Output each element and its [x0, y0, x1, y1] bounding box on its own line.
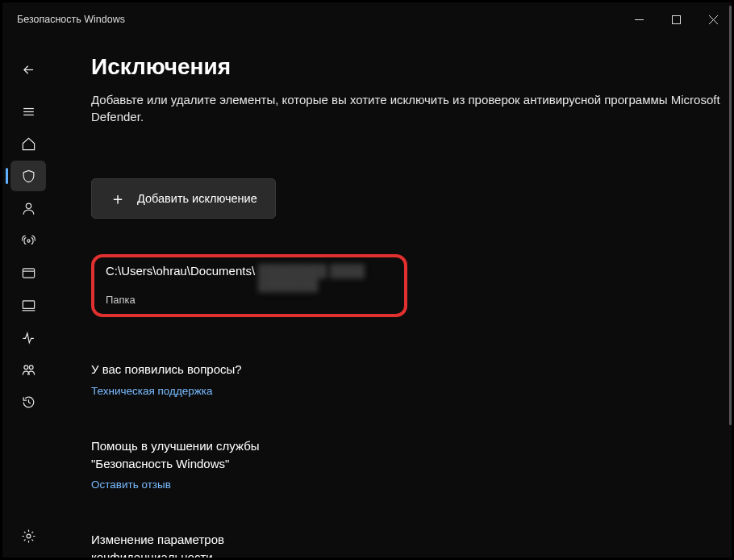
settings-icon[interactable]	[10, 520, 46, 551]
window-controls	[620, 2, 732, 36]
svg-point-15	[29, 365, 33, 369]
shield-icon[interactable]	[10, 161, 46, 191]
improve-section: Помощь в улучшении службы "Безопасность …	[91, 437, 730, 491]
account-icon[interactable]	[10, 193, 46, 224]
svg-rect-1	[672, 15, 680, 23]
window-title: Безопасность Windows	[17, 14, 125, 25]
scrollbar[interactable]	[728, 4, 732, 556]
plus-icon: ＋	[110, 188, 126, 210]
svg-rect-12	[23, 300, 34, 308]
exclusion-path: C:\Users\ohrau\Documents\ ████████ ████ …	[106, 264, 393, 291]
family-icon[interactable]	[10, 354, 46, 385]
svg-point-16	[27, 534, 31, 538]
main-content: Исключения Добавьте или удалите элементы…	[52, 36, 732, 558]
add-exclusion-button[interactable]: ＋ Добавить исключение	[91, 178, 276, 219]
history-icon[interactable]	[10, 387, 46, 417]
support-link[interactable]: Техническая поддержка	[91, 385, 730, 397]
scrollbar-thumb[interactable]	[729, 6, 732, 425]
svg-point-9	[27, 239, 29, 241]
home-icon[interactable]	[10, 128, 46, 159]
appbrowser-icon[interactable]	[10, 257, 46, 288]
page-description: Добавьте или удалите элементы, которые в…	[91, 91, 720, 125]
close-button[interactable]	[694, 2, 732, 36]
firewall-icon[interactable]	[10, 225, 46, 256]
performance-icon[interactable]	[10, 322, 46, 353]
add-exclusion-label: Добавить исключение	[137, 192, 257, 205]
sidebar	[2, 36, 52, 558]
minimize-button[interactable]	[620, 2, 657, 36]
device-icon[interactable]	[10, 290, 46, 320]
improve-heading: Помощь в улучшении службы "Безопасность …	[91, 437, 301, 473]
feedback-link[interactable]: Оставить отзыв	[91, 479, 730, 491]
privacy-heading: Изменение параметров конфиденциальности	[91, 531, 301, 558]
back-button[interactable]	[10, 54, 46, 85]
svg-rect-10	[23, 268, 34, 277]
svg-point-8	[26, 203, 31, 208]
exclusion-type: Папка	[106, 294, 393, 306]
exclusion-item[interactable]: C:\Users\ohrau\Documents\ ████████ ████ …	[91, 254, 407, 317]
maximize-button[interactable]	[657, 2, 694, 36]
svg-point-14	[23, 365, 27, 369]
titlebar: Безопасность Windows	[2, 2, 732, 36]
privacy-section: Изменение параметров конфиденциальности	[91, 531, 730, 558]
questions-heading: У вас появились вопросы?	[91, 361, 301, 378]
page-title: Исключения	[91, 54, 730, 80]
questions-section: У вас появились вопросы? Техническая под…	[91, 361, 730, 397]
menu-icon[interactable]	[10, 96, 46, 127]
